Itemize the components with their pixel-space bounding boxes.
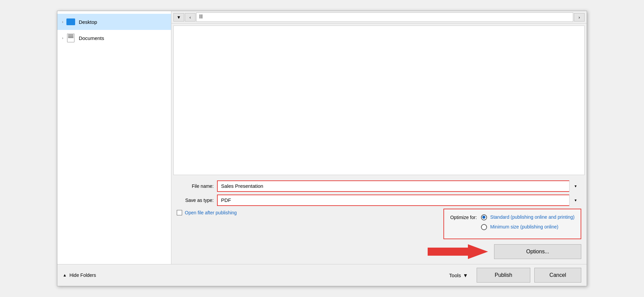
file-name-label: File name: [177,183,214,189]
form-area: File name: ▾ Save as type: ▾ [171,177,587,264]
sidebar-documents-label: Documents [79,35,104,41]
save-as-type-input-wrap: ▾ [217,195,581,206]
red-arrow-annotation [428,243,488,261]
bottom-right-buttons: Tools ▼ Publish Cancel [444,268,581,283]
open-after-publish-checkbox[interactable] [177,210,182,215]
tools-arrow-icon: ▼ [463,272,468,278]
desktop-icon [66,17,75,27]
dropdown-arrow-button[interactable]: ▼ [173,13,184,22]
radio-minimum[interactable]: Minimum size (publishing online) [481,224,575,230]
sidebar: › Desktop › Documents [57,11,171,264]
radio-standard[interactable]: Standard (publishing online and printing… [481,214,575,221]
sidebar-desktop-label: Desktop [79,19,97,25]
combined-options-row: Open file after publishing Optimize for: [177,209,581,261]
save-as-type-input[interactable] [217,195,581,206]
save-as-type-label: Save as type: [177,198,214,203]
file-name-input-wrap: ▾ [217,180,581,192]
save-as-type-row: Save as type: ▾ [177,195,581,206]
dropdown-arrow-icon-2: ▾ [575,198,577,203]
hide-folders-button[interactable]: ▲ Hide Folders [63,272,96,278]
dropdown-arrow-icon: ▾ [575,184,577,188]
address-bar[interactable]: ||| [196,12,573,22]
file-name-dropdown-button[interactable]: ▾ [569,180,581,192]
save-as-type-dropdown-button[interactable]: ▾ [569,195,581,206]
hide-folders-label: Hide Folders [69,272,96,278]
radio-standard-label: Standard (publishing online and printing… [490,214,575,221]
chevron-right-icon: › [62,20,63,24]
options-btn-row: Options... [428,243,581,261]
optimize-options: Standard (publishing online and printing… [481,214,575,234]
tools-button[interactable]: Tools ▼ [444,270,473,280]
left-arrow-icon: ‹ [190,15,191,20]
radio-minimum-button[interactable] [481,224,487,230]
file-name-row: File name: ▾ [177,180,581,192]
tools-label: Tools [449,272,461,278]
radio-standard-button[interactable] [481,214,487,220]
publish-label: Publish [495,272,512,278]
right-options: Optimize for: Standard (publishing onlin… [428,209,581,261]
optimize-label: Optimize for: [450,215,477,220]
cancel-label: Cancel [549,272,566,278]
open-after-publish-label: Open file after publishing [185,210,237,215]
forward-button[interactable]: › [574,13,585,22]
optimize-box: Optimize for: Standard (publishing onlin… [443,209,581,239]
file-list-area [173,26,585,175]
bottom-bar: ▲ Hide Folders Tools ▼ Publish Cancel [57,264,587,286]
options-button[interactable]: Options... [494,244,581,259]
publish-button[interactable]: Publish [477,268,530,283]
grip-icon: ||| [199,13,203,18]
options-button-label: Options... [526,249,549,255]
radio-minimum-label: Minimum size (publishing online) [490,224,558,230]
cancel-button[interactable]: Cancel [534,268,581,283]
right-arrow-icon: › [579,15,580,20]
chevron-right-icon-docs: › [62,36,63,40]
open-after-publish-checkbox-row[interactable]: Open file after publishing [177,210,421,215]
back-button[interactable]: ‹ [185,13,196,22]
toolbar-row: ▼ ‹ ||| › [171,11,587,24]
left-options: Open file after publishing [177,209,421,215]
sidebar-item-documents[interactable]: › Documents [57,30,171,46]
red-arrow-svg [428,243,488,261]
down-arrow-icon: ▼ [177,15,181,20]
main-area: ▼ ‹ ||| › File name: [171,11,587,264]
save-as-dialog: › Desktop › Documents ▼ [57,11,587,286]
file-name-input[interactable] [217,180,581,192]
documents-icon [66,33,75,43]
sidebar-item-desktop[interactable]: › Desktop [57,14,171,30]
chevron-up-icon: ▲ [63,273,67,278]
svg-marker-0 [428,244,488,259]
